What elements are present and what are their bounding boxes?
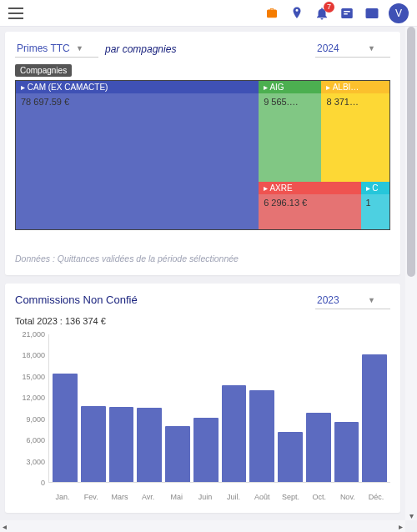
y-tick: 18,000 [22, 351, 45, 359]
treemap-cell-label: ▸ ALBI… [321, 81, 389, 93]
notification-badge: 7 [324, 2, 334, 13]
x-label: Août [248, 493, 276, 501]
treemap-cell-value: 1 [361, 194, 390, 211]
x-label: Nov. [334, 493, 362, 501]
chevron-down-icon[interactable]: ▾ [405, 511, 417, 520]
bar-chart: 03,0006,0009,00012,00015,00018,00021,000… [15, 334, 390, 501]
treemap-cell-cam[interactable]: ▸ CAM (EX CAMACTE) 78 697.59 € [16, 81, 259, 229]
barchart-title: Commissions Non Confié [15, 294, 309, 306]
treemap-cell-aig[interactable]: ▸ AIG 9 565.… [259, 81, 321, 182]
bar[interactable] [109, 407, 134, 482]
x-label: Déc. [362, 493, 390, 501]
menu-button[interactable] [5, 4, 27, 23]
topbar: 7 V [0, 0, 417, 27]
treemap-cell-label: ▸ C [361, 182, 390, 194]
companies-pill[interactable]: Compagnies [15, 64, 72, 77]
chevron-down-icon: ▼ [368, 44, 375, 53]
mail-icon[interactable] [364, 5, 380, 22]
content-scroll: Primes TTC ▼ par compagnies 2024 ▼ Compa… [0, 27, 405, 520]
treemap-cell-label: ▸ AXRE [259, 182, 360, 194]
x-label: Avr. [134, 493, 163, 501]
x-label: Jan. [48, 493, 77, 501]
x-label: Juin [191, 493, 219, 501]
briefcase-icon[interactable] [264, 5, 280, 22]
grouping-label: par compagnies [105, 43, 176, 55]
avatar-initial: V [395, 8, 402, 19]
card-icon[interactable] [339, 5, 355, 22]
horizontal-scrollbar[interactable]: ◂ ▸ [0, 520, 405, 532]
treemap-cell-label: ▸ AIG [259, 81, 321, 93]
barchart-subtitle: Total 2023 : 136 374 € [15, 316, 390, 326]
chevron-right-icon[interactable]: ▸ [396, 520, 405, 532]
y-tick: 6,000 [26, 436, 45, 444]
metric-select-value: Primes TTC [17, 43, 70, 54]
y-tick: 12,000 [22, 394, 45, 402]
avatar[interactable]: V [389, 3, 409, 23]
bar[interactable] [306, 413, 331, 482]
chevron-down-icon: ▼ [76, 44, 83, 53]
treemap-cell-c[interactable]: ▸ C 1 [361, 182, 390, 229]
y-tick: 0 [41, 479, 45, 487]
bar[interactable] [53, 374, 78, 482]
bar[interactable] [249, 390, 274, 482]
treemap-cell-value: 78 697.59 € [16, 93, 259, 110]
bell-icon[interactable]: 7 [314, 5, 330, 22]
treemap-cell-value: 8 371… [321, 93, 389, 110]
treemap-cell-label: ▸ CAM (EX CAMACTE) [16, 81, 259, 93]
bar[interactable] [81, 406, 106, 482]
treemap-cell-albi[interactable]: ▸ ALBI… 8 371… [321, 81, 389, 182]
x-label: Fev. [77, 493, 105, 501]
x-label: Mars [105, 493, 133, 501]
metric-select[interactable]: Primes TTC ▼ [15, 40, 98, 58]
bar[interactable] [193, 418, 219, 482]
bar[interactable] [362, 354, 387, 482]
year-select-value: 2023 [317, 294, 339, 306]
person-pin-icon[interactable] [289, 5, 305, 22]
x-label: Mai [163, 493, 191, 501]
x-label: Sept. [276, 493, 304, 501]
vertical-scrollbar[interactable]: ▾ [405, 27, 417, 520]
bar[interactable] [278, 432, 303, 482]
treemap-cell-axre[interactable]: ▸ AXRE 6 296.13 € [259, 182, 360, 229]
chevron-down-icon: ▼ [368, 296, 375, 304]
card-treemap: Primes TTC ▼ par compagnies 2024 ▼ Compa… [5, 32, 400, 275]
y-tick: 15,000 [22, 373, 45, 381]
treemap-cell-value: 6 296.13 € [259, 194, 360, 211]
x-label: Juil. [219, 493, 248, 501]
y-tick: 3,000 [26, 458, 45, 466]
bar[interactable] [222, 385, 247, 482]
year-select-barchart[interactable]: 2023 ▼ [315, 292, 390, 309]
year-select-treemap[interactable]: 2024 ▼ [315, 40, 390, 58]
bar[interactable] [137, 408, 162, 482]
bar[interactable] [165, 426, 190, 482]
treemap: ▸ CAM (EX CAMACTE) 78 697.59 € ▸ AIG 9 5… [15, 80, 390, 230]
treemap-footnote: Données : Quittances validées de la péri… [15, 253, 390, 263]
card-barchart: Commissions Non Confié 2023 ▼ Total 2023… [5, 284, 400, 513]
year-select-value: 2024 [317, 43, 339, 54]
x-label: Oct. [305, 493, 334, 501]
y-tick: 21,000 [22, 330, 45, 339]
treemap-cell-value: 9 565.… [259, 93, 321, 110]
y-tick: 9,000 [26, 415, 45, 424]
scroll-thumb[interactable] [407, 27, 415, 277]
chevron-left-icon[interactable]: ◂ [0, 520, 9, 532]
bar[interactable] [334, 422, 359, 482]
